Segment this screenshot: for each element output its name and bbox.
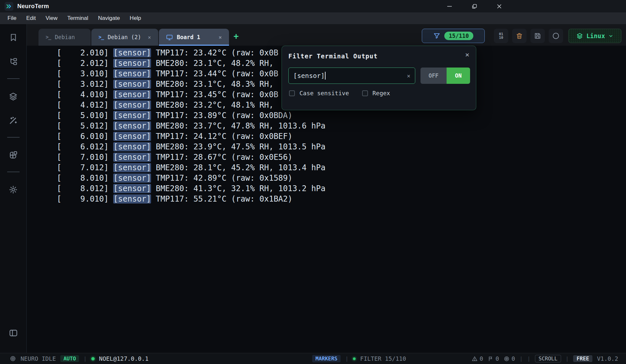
mode-badge[interactable]: FREE	[573, 355, 592, 362]
menu-view[interactable]: View	[41, 13, 62, 23]
filter-match-highlight: [sensor]	[113, 111, 151, 120]
sidebar-divider	[7, 137, 20, 138]
circle-icon	[552, 32, 560, 40]
close-icon[interactable]	[494, 1, 504, 11]
flag-counter[interactable]: 0	[488, 355, 499, 362]
log-timestamp: [ 5.012]	[57, 121, 113, 130]
bullseye-icon	[504, 356, 510, 362]
layers-icon[interactable]	[8, 91, 18, 101]
filter-match-highlight: [sensor]	[113, 90, 151, 99]
tab-label: Debian (2)	[108, 34, 141, 40]
filter-match-highlight: [sensor]	[113, 184, 151, 193]
log-timestamp: [ 2.010]	[57, 48, 113, 57]
log-timestamp: [ 6.012]	[57, 142, 113, 151]
minimize-icon[interactable]	[445, 1, 454, 11]
log-message: TMP117: 23.89°C (raw: 0x0BDA)	[151, 111, 292, 120]
funnel-icon	[433, 32, 440, 39]
regex-checkbox[interactable]	[362, 90, 368, 96]
filter-match-highlight: [sensor]	[113, 80, 151, 89]
terminal-line: [ 7.012] [sensor] BME280: 28.1°C, 45.2% …	[57, 162, 626, 173]
tab-close-icon[interactable]: ×	[219, 34, 222, 40]
warning-counter[interactable]: 0	[472, 355, 483, 362]
tab-close-icon[interactable]: ×	[148, 34, 151, 40]
toggle-on-button[interactable]: ON	[447, 68, 470, 84]
log-timestamp: [ 3.012]	[57, 80, 113, 89]
settings-gear-icon[interactable]	[8, 185, 18, 194]
popup-close-icon[interactable]: ×	[465, 51, 469, 59]
bookmark-icon[interactable]	[8, 33, 18, 42]
extensions-blocks-icon[interactable]	[8, 150, 18, 160]
separator: |	[84, 356, 87, 362]
new-tab-button[interactable]: +	[234, 31, 239, 41]
menu-navigate[interactable]: Navigate	[94, 13, 124, 23]
markers-badge[interactable]: MARKERS	[312, 355, 341, 362]
filter-match-highlight: [sensor]	[113, 69, 151, 78]
log-message: TMP117: 24.12°C (raw: 0x0BEF)	[151, 132, 292, 141]
hex-view-button[interactable]: 01 10	[494, 29, 508, 43]
log-message: TMP117: 42.89°C (raw: 0x1589)	[151, 174, 292, 183]
filter-match-highlight: [sensor]	[113, 132, 151, 141]
input-clear-icon[interactable]: ×	[407, 72, 410, 79]
tab-debian[interactable]: >_ Debian	[38, 29, 91, 46]
filter-toggle: OFF ON	[420, 68, 470, 84]
clear-terminal-button[interactable]	[512, 29, 527, 43]
tab-board-1[interactable]: Board 1 ×	[159, 29, 229, 46]
terminal-line: [ 5.012] [sensor] BME280: 23.7°C, 47.8% …	[57, 121, 626, 131]
menu-edit[interactable]: Edit	[22, 13, 40, 23]
save-log-button[interactable]	[530, 29, 545, 43]
log-timestamp: [ 4.010]	[57, 90, 113, 99]
filter-status-label[interactable]: FILTER 15/110	[360, 355, 406, 362]
log-timestamp: [ 9.010]	[57, 194, 113, 204]
menu-help[interactable]: Help	[126, 13, 145, 23]
monitor-icon	[166, 34, 173, 41]
filter-match-highlight: [sensor]	[113, 100, 151, 110]
log-timestamp: [ 3.010]	[57, 69, 113, 78]
menu-bar: File Edit View Terminal Navigate Help	[0, 12, 626, 24]
case-sensitive-checkbox[interactable]	[289, 90, 295, 96]
log-message: BME280: 23.2°C, 48.1% RH,	[151, 100, 274, 110]
terminal-icon: >_	[46, 34, 51, 40]
popup-title: Filter Terminal Output	[288, 53, 378, 60]
layers-icon	[576, 33, 583, 39]
tab-debian-2[interactable]: >_ Debian (2) ×	[91, 29, 158, 46]
record-button[interactable]	[549, 29, 563, 43]
terminal-line: [ 6.012] [sensor] BME280: 23.9°C, 47.5% …	[57, 142, 626, 152]
log-timestamp: [ 8.012]	[57, 184, 113, 193]
menu-terminal[interactable]: Terminal	[63, 13, 92, 23]
workspace-tree-icon[interactable]	[8, 57, 18, 67]
log-timestamp: [ 7.012]	[57, 163, 113, 172]
log-message: BME280: 28.1°C, 45.2% RH, 1013.4 hPa	[151, 163, 326, 172]
filter-match-highlight: [sensor]	[113, 163, 151, 172]
filter-match-highlight: [sensor]	[113, 194, 151, 204]
toggle-panel-icon[interactable]	[8, 328, 18, 338]
filter-match-highlight: [sensor]	[113, 121, 151, 130]
auto-badge[interactable]: AUTO	[60, 355, 79, 362]
filter-match-highlight: [sensor]	[113, 153, 151, 162]
filter-count-badge: 15/110	[444, 32, 473, 40]
separator: |	[527, 356, 530, 362]
magic-wand-icon[interactable]	[8, 115, 18, 125]
maximize-icon[interactable]	[469, 1, 479, 11]
filter-pattern-input[interactable]: [sensor] ×	[288, 68, 415, 84]
log-message: BME280: 41.3°C, 32.1% RH, 1013.2 hPa	[151, 184, 326, 193]
target-counter[interactable]: 0	[504, 355, 515, 362]
app-window: NeuroTerm File Edit View Terminal Naviga…	[0, 0, 626, 364]
log-timestamp: [ 4.012]	[57, 100, 113, 110]
filter-popup: Filter Terminal Output × [sensor] × OFF …	[282, 46, 476, 110]
board-type-dropdown[interactable]: Linux	[568, 29, 621, 43]
log-timestamp: [ 7.010]	[57, 153, 113, 162]
filter-button[interactable]: 15/110	[422, 29, 485, 43]
tab-bar: >_ Debian >_ Debian (2) × Board 1 ×	[27, 24, 626, 46]
app-title: NeuroTerm	[17, 3, 49, 10]
log-timestamp: [ 5.010]	[57, 111, 113, 120]
menu-file[interactable]: File	[3, 13, 21, 23]
log-message: BME280: 23.1°C, 48.3% RH,	[151, 80, 274, 89]
scroll-mode-button[interactable]: SCROLL	[535, 355, 561, 362]
version-label: V1.0.2	[597, 355, 618, 362]
toggle-off-button[interactable]: OFF	[420, 68, 447, 84]
tab-label: Board 1	[177, 34, 200, 40]
trash-icon	[516, 32, 523, 39]
separator: |	[566, 356, 569, 362]
app-logo-icon	[5, 2, 13, 11]
board-select-label: Linux	[586, 32, 605, 39]
